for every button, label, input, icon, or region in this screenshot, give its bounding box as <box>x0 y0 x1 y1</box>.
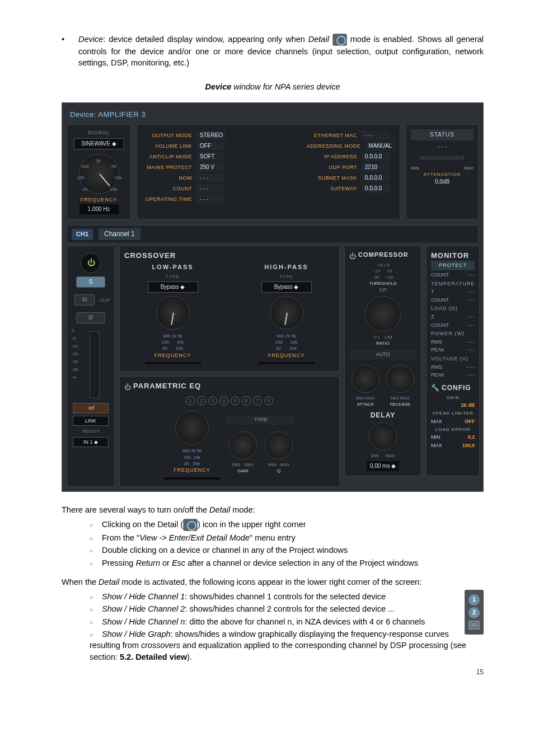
power-icon[interactable] <box>81 253 101 273</box>
list-item: Pressing Return or Esc after a channel o… <box>90 557 484 569</box>
phase-button[interactable]: Ø <box>76 312 105 323</box>
ch-tag: CH1 <box>72 229 93 240</box>
vu-meter <box>90 331 100 398</box>
after-p2: When the Detail mode is activated, the f… <box>62 576 484 588</box>
status-panel: STATUS - - - MINMAX ATTENUATION 0,0dB <box>406 124 479 219</box>
list-item: Double clicking on a device or channel i… <box>90 544 484 556</box>
after-line1: There are several ways to turn on/off th… <box>62 504 484 515</box>
wrench-icon[interactable]: 🔧 <box>431 383 439 393</box>
signal-dial[interactable]: 2k 600 5k 150 10k 20 20k <box>79 154 119 194</box>
freq-label: FREQUENCY <box>72 196 126 204</box>
auto-box[interactable]: AUTO <box>349 350 416 359</box>
input-select[interactable]: IN 1 ◆ <box>73 437 109 448</box>
inf-box[interactable]: -inf <box>73 403 109 414</box>
magnify-icon <box>183 519 198 531</box>
lowpass-dial[interactable] <box>156 296 190 330</box>
corner-icons: 1 2 <box>465 590 484 635</box>
list-item: From the "View -> Enter/Exit Detail Mode… <box>90 532 484 543</box>
list-item: Clicking on the Detail () icon in the up… <box>90 519 484 531</box>
power-icon[interactable]: ⏻ <box>124 383 131 392</box>
monitor-panel: MONITOR PROTECT COUNT- - - TEMPERATURE T… <box>426 246 480 476</box>
solo-button[interactable]: S <box>76 276 105 288</box>
signal-label: SIGNAL <box>72 129 126 137</box>
list-item: Show / Hide Channel n: ditto the above f… <box>90 616 484 627</box>
peq-type[interactable]: TYPE <box>227 415 295 425</box>
crossover-panel: CROSSOVER LOW-PASS TYPE Bypass ◆ 600 2k … <box>119 246 340 372</box>
peq-freq-value[interactable] <box>164 477 220 480</box>
info-left: OUTPUT MODESTEREO VOLUME LINKOFF ANTICLI… <box>142 129 226 214</box>
ch-name[interactable]: Channel 1 <box>99 228 140 240</box>
peq-freq-dial[interactable] <box>175 411 209 444</box>
status-title: STATUS <box>411 129 474 140</box>
freq-value[interactable]: 1.000 Hz <box>79 204 119 214</box>
figure-caption: Device window for NPA series device <box>62 81 484 92</box>
channel1-badge-icon[interactable]: 1 <box>469 594 480 605</box>
signal-panel: SIGNAL SINEWAVE ◆ 2k 600 5k 150 10k 20 2… <box>67 124 131 219</box>
device-word: Device <box>78 35 103 44</box>
info-panel: OUTPUT MODESTEREO VOLUME LINKOFF ANTICLI… <box>137 124 400 219</box>
attack-dial[interactable] <box>352 365 380 393</box>
crossover-title: CROSSOVER <box>124 251 335 261</box>
magnify-icon <box>332 34 347 46</box>
compressor-panel: ⏻ COMPRESSOR -18 • 0 -27 +9 -36 +18 THRE… <box>344 246 421 476</box>
channel2-badge-icon[interactable]: 2 <box>469 607 480 618</box>
lowpass-freq-value[interactable] <box>145 362 201 364</box>
peq-title: PARAMETRIC EQ <box>133 381 201 391</box>
peq-band-selector[interactable]: 12345678 <box>124 396 335 405</box>
parametric-eq-panel: ⏻ PARAMETRIC EQ 12345678 600 2k 5k 150 1… <box>119 376 340 486</box>
power-icon[interactable]: ⏻ <box>349 252 356 261</box>
delay-panel: DELAY MIN MAX 0,00 ms ◆ <box>349 411 416 471</box>
lowpass-type-select[interactable]: Bypass ◆ <box>148 281 198 293</box>
mute-button[interactable]: M <box>74 294 95 306</box>
detail-mode-ways-list: Clicking on the Detail () icon in the up… <box>90 519 484 569</box>
page-number: 15 <box>476 668 484 677</box>
device-window: Device: AMPLIFIER 3 SIGNAL SINEWAVE ◆ 2k… <box>62 102 484 491</box>
signal-select[interactable]: SINEWAVE ◆ <box>74 138 124 149</box>
vu-scale: 0-6 -12-24 -36-48 -∞ <box>72 327 78 401</box>
ratio-dial[interactable] <box>365 296 401 332</box>
peq-q-dial[interactable] <box>265 431 293 459</box>
channel-left-panel: S M CLIP Ø 0-6 -12-24 -36-48 -∞ -inf LIN… <box>67 246 115 486</box>
highpass-type-select[interactable]: Bypass ◆ <box>261 281 312 293</box>
list-item: Show / Hide Graph: shows/hides a window … <box>90 628 484 663</box>
delay-dial[interactable] <box>369 422 397 450</box>
list-item: Show / Hide Channel 1: shows/hides chann… <box>90 591 484 602</box>
show-hide-list: Show / Hide Channel 1: shows/hides chann… <box>90 591 484 663</box>
list-item: Show / Hide Channel 2: shows/hides chann… <box>90 603 484 614</box>
intro-text: Device: device detailed display window, … <box>78 34 484 69</box>
graph-badge-icon[interactable] <box>469 621 480 630</box>
highpass-block: HIGH-PASS TYPE Bypass ◆ 600 2k 5k 150 10… <box>238 263 335 367</box>
status-leds <box>411 156 474 159</box>
delay-value[interactable]: 0,00 ms ◆ <box>367 461 399 471</box>
highpass-freq-value[interactable] <box>259 362 315 364</box>
channel-header: CH1 Channel 1 <box>67 225 479 243</box>
lowpass-block: LOW-PASS TYPE Bypass ◆ 600 2k 5k 150 10k… <box>124 263 221 367</box>
link-button[interactable]: LINK <box>73 416 109 426</box>
window-title: Device: AMPLIFIER 3 <box>67 107 479 124</box>
info-right: ETHERNET MAC- - - ADDRESSING MODEMANUAL … <box>307 129 395 214</box>
release-dial[interactable] <box>386 365 414 393</box>
bullet-dot: • <box>62 34 68 69</box>
peq-gain-dial[interactable] <box>229 431 257 459</box>
intro-bullet: • Device: device detailed display window… <box>62 34 484 69</box>
highpass-dial[interactable] <box>270 296 303 330</box>
